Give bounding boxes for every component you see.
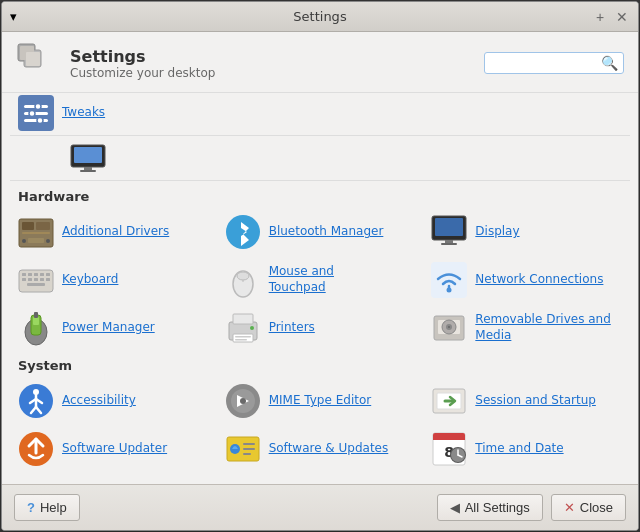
search-box[interactable]: 🔍: [484, 52, 624, 74]
svg-point-19: [22, 239, 26, 243]
display-label: Display: [475, 224, 519, 240]
bluetooth-icon: [225, 214, 261, 250]
system-section-header: System: [10, 352, 630, 377]
window-controls: + ✕: [592, 9, 630, 25]
svg-rect-7: [24, 119, 48, 122]
tweaks-item[interactable]: Tweaks: [10, 93, 630, 136]
footer-right: ◀ All Settings ✕ Close: [437, 494, 626, 521]
swupdate-icon: [225, 431, 261, 467]
mouse-icon: [225, 262, 261, 298]
svg-rect-29: [28, 273, 32, 276]
mouse-touchpad-label: Mouse andTouchpad: [269, 264, 334, 295]
session-startup-label: Session and Startup: [475, 393, 596, 409]
svg-rect-33: [22, 278, 26, 281]
footer: ? Help ◀ All Settings ✕ Close: [2, 484, 638, 530]
search-input[interactable]: [491, 56, 601, 71]
additional-drivers-item[interactable]: Additional Drivers: [10, 208, 217, 256]
power-manager-item[interactable]: Power Manager: [10, 304, 217, 352]
session-startup-item[interactable]: Session and Startup: [423, 377, 630, 425]
hardware-grid: Additional Drivers Bluetooth Manager: [10, 208, 630, 352]
content-area: Tweaks Hardware: [2, 93, 638, 484]
svg-rect-13: [84, 167, 92, 170]
all-settings-label: All Settings: [465, 500, 530, 515]
svg-point-41: [237, 272, 249, 280]
svg-rect-25: [445, 240, 453, 243]
accessibility-label: Accessibility: [62, 393, 136, 409]
svg-rect-46: [33, 317, 39, 325]
power-manager-label: Power Manager: [62, 320, 155, 336]
svg-point-20: [46, 239, 50, 243]
help-label: Help: [40, 500, 67, 515]
header-subtitle: Customize your desktop: [70, 66, 472, 80]
svg-rect-47: [34, 312, 38, 318]
network-connections-item[interactable]: Network Connections: [423, 256, 630, 304]
svg-point-58: [448, 326, 450, 328]
mime-type-editor-item[interactable]: MIME Type Editor: [217, 377, 424, 425]
window-menu-button[interactable]: ▾: [10, 9, 17, 24]
svg-rect-28: [22, 273, 26, 276]
search-icon[interactable]: 🔍: [601, 55, 618, 71]
network-icon: [431, 262, 467, 298]
window-title: Settings: [293, 9, 346, 24]
maximize-button[interactable]: +: [592, 9, 608, 25]
timedate-icon: 8: [431, 431, 467, 467]
svg-rect-75: [243, 448, 255, 450]
mime-icon: [225, 383, 261, 419]
svg-rect-76: [243, 453, 251, 455]
bluetooth-manager-item[interactable]: Bluetooth Manager: [217, 208, 424, 256]
additional-drivers-icon: [18, 214, 54, 250]
svg-point-43: [447, 288, 452, 293]
svg-rect-21: [28, 238, 44, 243]
close-window-button[interactable]: ✕: [614, 9, 630, 25]
updater-icon: [18, 431, 54, 467]
software-updater-item[interactable]: Software Updater: [10, 425, 217, 473]
software-updates-label: Software & Updates: [269, 441, 389, 457]
display-item[interactable]: Display: [423, 208, 630, 256]
svg-rect-79: [433, 438, 465, 440]
help-icon: ?: [27, 500, 35, 515]
all-settings-arrow-icon: ◀: [450, 500, 460, 515]
svg-rect-16: [22, 222, 34, 230]
svg-rect-3: [26, 52, 40, 66]
svg-rect-51: [235, 336, 251, 338]
svg-rect-32: [46, 273, 50, 276]
removable-icon: [431, 310, 467, 346]
system-grid: Accessibility MIME Type Editor: [10, 377, 630, 473]
svg-rect-49: [233, 314, 253, 324]
all-settings-button[interactable]: ◀ All Settings: [437, 494, 543, 521]
svg-rect-26: [441, 243, 457, 245]
help-button[interactable]: ? Help: [14, 494, 80, 521]
printers-item[interactable]: Printers: [217, 304, 424, 352]
display-icon: [431, 214, 467, 250]
svg-rect-35: [34, 278, 38, 281]
printers-label: Printers: [269, 320, 315, 336]
settings-icon: [16, 42, 58, 84]
svg-rect-52: [235, 339, 247, 341]
settings-window: ▾ Settings + ✕ Settings Customize your d…: [1, 1, 639, 531]
removable-drives-item[interactable]: Removable Drives and Media: [423, 304, 630, 352]
svg-rect-12: [74, 147, 102, 163]
footer-left: ? Help: [14, 494, 80, 521]
header-title: Settings: [70, 47, 472, 66]
mime-type-editor-label: MIME Type Editor: [269, 393, 372, 409]
close-button[interactable]: ✕ Close: [551, 494, 626, 521]
keyboard-item[interactable]: Keyboard: [10, 256, 217, 304]
software-updates-item[interactable]: Software & Updates: [217, 425, 424, 473]
accessibility-icon: [18, 383, 54, 419]
accessibility-item[interactable]: Accessibility: [10, 377, 217, 425]
titlebar: ▾ Settings + ✕: [2, 2, 638, 32]
svg-rect-18: [22, 232, 50, 234]
svg-rect-37: [46, 278, 50, 281]
svg-rect-17: [36, 222, 50, 230]
svg-rect-6: [24, 112, 48, 115]
time-date-item[interactable]: 8 Time and Date: [423, 425, 630, 473]
svg-rect-38: [27, 283, 45, 286]
display-top-icon-img: [70, 140, 106, 176]
svg-rect-31: [40, 273, 44, 276]
time-date-label: Time and Date: [475, 441, 563, 457]
svg-rect-24: [435, 218, 463, 236]
session-icon: [431, 383, 467, 419]
header-text: Settings Customize your desktop: [70, 47, 472, 80]
svg-rect-74: [243, 443, 255, 445]
mouse-touchpad-item[interactable]: Mouse andTouchpad: [217, 256, 424, 304]
